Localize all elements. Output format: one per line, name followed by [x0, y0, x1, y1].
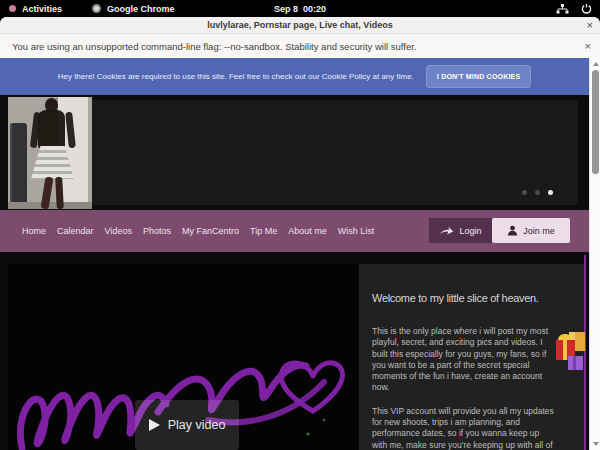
gift-icon [568, 356, 583, 370]
clock[interactable]: Sep 8 00:20 [0, 4, 600, 14]
photo-fan [10, 123, 27, 209]
gifts-widget[interactable] [556, 326, 588, 374]
scrollbar [589, 58, 600, 450]
power-icon[interactable] [581, 3, 592, 14]
carousel-dot-active[interactable] [548, 190, 553, 195]
login-button[interactable]: Login [429, 218, 492, 243]
play-video-button[interactable]: Play video [135, 400, 239, 450]
about-paragraph-2: This VIP account will provide you all my… [372, 406, 554, 450]
nav-item-about-me[interactable]: About me [288, 226, 327, 236]
carousel-dots [522, 190, 553, 195]
login-arrow-icon [439, 225, 454, 236]
scrollbar-up-arrow[interactable] [593, 62, 599, 66]
cookie-banner: Hey there! Cookies are required to use t… [0, 58, 589, 95]
person-icon [507, 225, 518, 236]
scrollbar-down-arrow[interactable] [593, 442, 599, 446]
play-label: Play video [168, 418, 226, 432]
window-title: luvlylarae, Pornstar page, Live chat, Vi… [207, 20, 392, 30]
nav-item-videos[interactable]: Videos [105, 226, 132, 236]
nav-item-tip-me[interactable]: Tip Me [250, 226, 277, 236]
window-close-icon[interactable]: × [587, 18, 593, 32]
scrollbar-thumb[interactable] [592, 70, 599, 174]
nav-item-home[interactable]: Home [22, 226, 46, 236]
gnome-top-bar: Activities Google Chrome Sep 8 00:20 [0, 0, 600, 17]
main-content: Play video Welcome to my little slice of… [0, 252, 589, 450]
banner-background [77, 100, 578, 205]
video-player[interactable]: Play video [8, 264, 359, 450]
join-button[interactable]: Join me [492, 218, 570, 243]
window-title-bar: luvlylarae, Pornstar page, Live chat, Vi… [0, 17, 600, 33]
screen: Activities Google Chrome Sep 8 00:20 luv… [0, 0, 600, 450]
carousel-dot[interactable] [535, 190, 540, 195]
warning-close-icon[interactable]: × [585, 40, 591, 52]
warning-message: You are using an unsupported command-lin… [0, 41, 417, 52]
join-label: Join me [523, 226, 555, 236]
network-icon[interactable] [556, 4, 569, 14]
nav-item-calendar[interactable]: Calendar [57, 226, 94, 236]
login-label: Login [459, 226, 481, 236]
cookie-message: Hey there! Cookies are required to use t… [58, 72, 414, 81]
cookie-accept-button[interactable]: I DON'T MIND COOKIES [426, 65, 531, 88]
nav-item-wish-list[interactable]: Wish List [338, 226, 375, 236]
about-heading: Welcome to my little slice of heaven. [372, 292, 554, 304]
profile-photo [8, 97, 92, 209]
about-paragraph-1: This is the only place where i will post… [372, 326, 554, 394]
nav-item-photos[interactable]: Photos [143, 226, 171, 236]
photo-person [30, 98, 78, 209]
nav-item-my-fancentro[interactable]: My FanCentro [182, 226, 239, 236]
hero-carousel [0, 95, 589, 210]
about-panel: Welcome to my little slice of heaven. Th… [359, 264, 584, 450]
page-viewport: Hey there! Cookies are required to use t… [0, 58, 600, 450]
carousel-dot[interactable] [522, 190, 527, 195]
chrome-warning-bar: You are using an unsupported command-lin… [0, 33, 600, 58]
main-nav: Home Calendar Videos Photos My FanCentro… [0, 210, 589, 252]
play-icon [149, 419, 160, 431]
